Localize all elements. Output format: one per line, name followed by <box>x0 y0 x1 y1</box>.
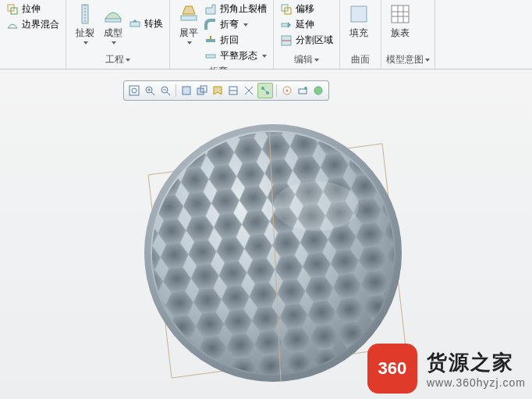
svg-point-47 <box>140 120 406 387</box>
rip-button[interactable]: 扯裂 <box>71 2 99 46</box>
rip-icon <box>74 3 96 25</box>
flatform-label: 平整形态 <box>220 49 257 62</box>
family-table-icon <box>389 3 411 25</box>
chevron-down-icon <box>83 41 88 45</box>
bendback-button[interactable]: 折回 <box>203 33 268 48</box>
chevron-down-icon <box>425 59 430 62</box>
form-button[interactable]: 成型 <box>99 2 127 46</box>
offset-label: 偏移 <box>296 2 314 16</box>
svg-rect-14 <box>351 6 367 22</box>
ribbon-group-engineering: 扯裂 成型 转换 工程 <box>66 0 170 69</box>
group-label-edit: 编辑 <box>278 52 335 69</box>
bendback-icon <box>204 34 217 47</box>
watermark-title: 货源之家 <box>427 349 526 376</box>
watermark-logo: 360 <box>367 344 417 394</box>
extend-button[interactable]: 延伸 <box>278 17 335 32</box>
highlight <box>273 181 359 231</box>
chevron-down-icon <box>187 41 192 45</box>
stretch-icon <box>6 3 19 16</box>
boundary-icon <box>6 19 19 31</box>
view-manager-button[interactable] <box>226 84 240 98</box>
svg-point-21 <box>132 88 137 93</box>
convert-button[interactable]: 转换 <box>127 16 165 31</box>
stretch-button[interactable]: 拉伸 <box>5 2 61 16</box>
svg-rect-29 <box>183 87 190 94</box>
offset-button[interactable]: 偏移 <box>278 2 335 16</box>
ribbon-group-bend: 展平 拐角止裂槽 折弯 折回 平整形态 <box>170 0 274 69</box>
svg-rect-11 <box>282 23 288 27</box>
bend-button[interactable]: 折弯 <box>203 17 268 32</box>
repaint-button[interactable] <box>179 84 193 98</box>
svg-rect-5 <box>105 19 121 22</box>
svg-rect-6 <box>130 22 140 27</box>
perspective-button[interactable] <box>296 84 310 98</box>
chevron-down-icon <box>112 41 116 45</box>
family-label: 族表 <box>391 27 410 40</box>
corner-label: 拐角止裂槽 <box>220 2 267 16</box>
svg-point-42 <box>304 87 307 90</box>
split-icon <box>280 34 293 47</box>
flatten-button[interactable]: 展平 <box>175 2 203 63</box>
view-toolbar <box>123 80 329 101</box>
watermark: 360 货源之家 www.360hyzj.com <box>367 344 526 394</box>
bendback-label: 折回 <box>220 34 239 47</box>
display-style-button[interactable] <box>195 84 209 98</box>
group-label-surface: 曲面 <box>345 52 376 69</box>
corner-icon <box>204 3 217 16</box>
convert-icon <box>129 18 141 30</box>
convert-label: 转换 <box>144 17 163 30</box>
zoom-fit-button[interactable] <box>127 84 141 98</box>
zoom-out-button[interactable] <box>158 84 172 98</box>
flatten-label: 展平 <box>179 27 198 40</box>
separator <box>176 84 176 97</box>
annotation-display-button[interactable] <box>257 83 273 98</box>
stretch-label: 拉伸 <box>22 2 41 16</box>
offset-icon <box>280 3 293 16</box>
svg-point-40 <box>286 90 289 92</box>
spin-center-button[interactable] <box>280 84 294 98</box>
group-label-shape <box>5 54 61 69</box>
chevron-down-icon <box>314 59 319 62</box>
zoom-in-button[interactable] <box>143 84 157 98</box>
extend-label: 延伸 <box>296 18 314 31</box>
watermark-url: www.360hyzj.com <box>427 376 526 389</box>
viewport[interactable]: 360 货源之家 www.360hyzj.com <box>0 69 532 399</box>
svg-line-23 <box>151 92 154 95</box>
flatform-icon <box>204 50 217 62</box>
form-label: 成型 <box>104 27 122 40</box>
ribbon-group-surface: 填充 曲面 <box>340 0 381 69</box>
chevron-down-icon <box>243 23 248 27</box>
corner-relief-button[interactable]: 拐角止裂槽 <box>203 2 268 16</box>
svg-line-38 <box>263 88 268 93</box>
chevron-down-icon <box>126 59 130 62</box>
bend-label: 折弯 <box>220 18 239 31</box>
ribbon-group-edit: 偏移 延伸 分割区域 编辑 <box>274 0 340 69</box>
svg-line-27 <box>167 92 170 95</box>
family-table-button[interactable]: 族表 <box>386 2 414 41</box>
fill-button[interactable]: 填充 <box>345 2 373 41</box>
flatform-button[interactable]: 平整形态 <box>203 48 268 63</box>
ribbon-group-model-intent: 族表 模型意图 <box>381 0 435 69</box>
boundary-blend-button[interactable]: 边界混合 <box>5 17 61 32</box>
rip-label: 扯裂 <box>76 27 94 40</box>
render-button[interactable] <box>311 84 325 98</box>
ribbon: 拉伸 边界混合 扯裂 成型 <box>0 0 532 69</box>
form-icon <box>102 3 124 25</box>
separator <box>276 84 277 97</box>
fill-label: 填充 <box>349 27 368 40</box>
svg-point-43 <box>314 87 322 94</box>
split-area-button[interactable]: 分割区域 <box>278 33 335 48</box>
ribbon-group-shape: 拉伸 边界混合 <box>0 0 66 69</box>
flatten-icon <box>178 3 200 25</box>
extend-icon <box>280 19 293 31</box>
group-label-model-intent: 模型意图 <box>386 52 430 69</box>
boundary-label: 边界混合 <box>22 18 59 31</box>
svg-rect-15 <box>392 5 409 23</box>
group-label-engineering: 工程 <box>71 52 165 69</box>
svg-rect-7 <box>181 16 197 20</box>
bend-icon <box>204 19 217 31</box>
saved-views-button[interactable] <box>211 84 225 98</box>
fill-icon <box>348 3 370 25</box>
datum-display-button[interactable] <box>242 84 256 98</box>
split-label: 分割区域 <box>296 34 333 47</box>
